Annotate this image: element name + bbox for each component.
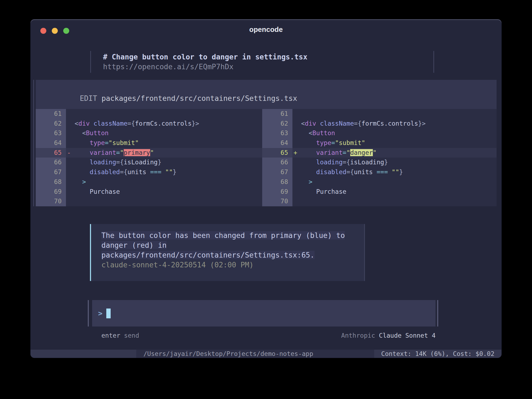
user-message-title: # Change button color to danger in setti…: [103, 52, 433, 62]
code-line-left: [66, 197, 262, 206]
line-number-left: 65: [36, 148, 66, 158]
input-left-edge: [88, 300, 89, 327]
line-number-right: 65: [262, 148, 292, 158]
code-line-left: Purchase: [66, 187, 262, 197]
user-message: # Change button color to danger in setti…: [90, 51, 434, 73]
diff-row: 69 Purchase69 Purchase: [36, 187, 497, 197]
prompt-symbol: >: [98, 309, 102, 318]
code-line-right: Purchase: [292, 187, 497, 197]
context-cost-stats: Context: 14K (6%), Cost: $0.02: [374, 350, 501, 358]
diff-row: 67 disabled={units === ""}67 disabled={u…: [36, 167, 497, 177]
code-line-right: [292, 197, 497, 206]
code-line-left: <div className={formCs.controls}>: [66, 119, 262, 129]
code-line-left: loading={isLoading}: [66, 158, 262, 167]
diff-row: 64 type="submit"64 type="submit": [36, 138, 497, 148]
line-number-right: 61: [262, 109, 292, 119]
code-line-right: disabled={units === ""}: [292, 167, 497, 177]
code-line-left: >: [66, 177, 262, 187]
line-number-left: 67: [36, 167, 66, 177]
model-indicator: AnthropicClaude Sonnet 4: [341, 331, 436, 340]
response-line: danger (red) in: [101, 240, 364, 250]
line-number-right: 62: [262, 119, 292, 129]
code-line-right: <Button: [292, 128, 497, 138]
prompt-input[interactable]: >: [92, 300, 436, 327]
desktop: opencode # Change button color to danger…: [0, 0, 532, 399]
model-label: Claude Sonnet 4: [379, 332, 436, 339]
line-number-left: 70: [36, 197, 66, 206]
share-url: https://opencode.ai/s/EQmP7hDx: [103, 62, 433, 72]
line-number-right: 69: [262, 187, 292, 197]
code-line-right: type="submit": [292, 138, 497, 148]
line-number-right: 66: [262, 158, 292, 167]
line-number-left: 62: [36, 119, 66, 129]
line-number-left: 64: [36, 138, 66, 148]
response-lines: The button color has been changed from p…: [101, 231, 364, 260]
response-line: The button color has been changed from p…: [101, 231, 364, 240]
text-cursor: [106, 309, 111, 318]
diff-row: 63 <Button63 <Button: [36, 128, 497, 138]
edit-action-label: EDIT: [80, 94, 97, 102]
window-title: opencode: [31, 25, 501, 34]
opencode-window: opencode # Change button color to danger…: [31, 19, 501, 358]
send-hint: entersend: [92, 331, 139, 340]
code-line-left: disabled={units === ""}: [66, 167, 262, 177]
code-line-right: [292, 109, 497, 119]
edit-tool-header: EDITpackages/frontend/src/containers/Set…: [36, 80, 497, 109]
diff-row: 7070: [36, 197, 497, 206]
diff-row: 6161: [36, 109, 497, 119]
assistant-message: The button color has been changed from p…: [90, 224, 365, 281]
line-number-left: 63: [36, 128, 66, 138]
response-line: packages/frontend/src/containers/Setting…: [101, 250, 364, 260]
diff-row: 62 <div className={formCs.controls}>62 <…: [36, 119, 497, 129]
edit-tool-panel: EDITpackages/frontend/src/containers/Set…: [36, 80, 497, 206]
hints-row: entersend AnthropicClaude Sonnet 4: [92, 331, 436, 340]
line-number-left: 68: [36, 177, 66, 187]
code-line-left: - variant="primary": [66, 148, 262, 158]
code-line-left: type="submit": [66, 138, 262, 148]
diff-row: 68 >68 >: [36, 177, 497, 187]
diff-rows: 616162 <div className={formCs.controls}>…: [36, 109, 497, 206]
working-directory: /Users/jayair/Desktop/Projects/demo-note…: [136, 350, 374, 358]
input-right-edge: [437, 300, 438, 327]
provider-label: Anthropic: [341, 332, 375, 339]
line-number-left: 61: [36, 109, 66, 119]
line-number-right: 70: [262, 197, 292, 206]
code-line-right: <div className={formCs.controls}>: [292, 119, 497, 129]
app-version-segment: opencodev0.1.156: [31, 350, 136, 358]
enter-key-hint: enter: [101, 332, 120, 339]
code-line-right: loading={isLoading}: [292, 158, 497, 167]
response-meta: claude-sonnet-4-20250514 (02:00 PM): [101, 260, 364, 270]
code-line-left: [66, 109, 262, 119]
diff-row: 65- variant="primary"65+ variant="danger…: [36, 148, 497, 158]
status-bar: opencodev0.1.156 /Users/jayair/Desktop/P…: [31, 350, 501, 358]
line-number-right: 63: [262, 128, 292, 138]
diff-row: 66 loading={isLoading}66 loading={isLoad…: [36, 158, 497, 167]
edit-block-accent-line: [33, 80, 34, 206]
line-number-left: 69: [36, 187, 66, 197]
code-line-right: >: [292, 177, 497, 187]
line-number-right: 68: [262, 177, 292, 187]
edit-file-path: packages/frontend/src/containers/Setting…: [101, 94, 297, 102]
line-number-right: 64: [262, 138, 292, 148]
code-line-left: <Button: [66, 128, 262, 138]
code-line-right: + variant="danger": [292, 148, 497, 158]
line-number-left: 66: [36, 158, 66, 167]
send-action-hint: send: [124, 332, 139, 339]
line-number-right: 67: [262, 167, 292, 177]
